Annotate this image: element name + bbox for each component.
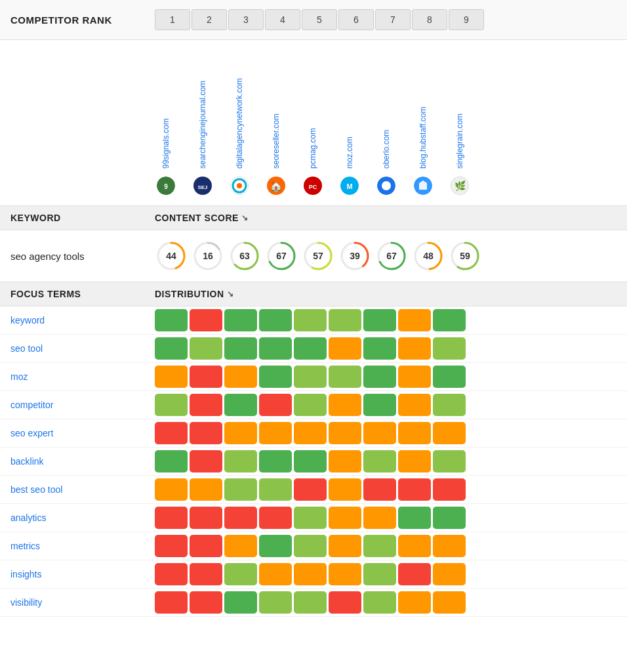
domain-favicon-8: 🌿 bbox=[451, 177, 469, 195]
svg-text:PC: PC bbox=[309, 184, 317, 190]
score-circle-6: 67 bbox=[375, 240, 408, 272]
domain-name-3[interactable]: seoreseller.com bbox=[272, 51, 281, 169]
domain-name-1[interactable]: searchenginejournal.com bbox=[198, 51, 207, 169]
dist-cell-1-4 bbox=[294, 337, 327, 360]
dist-cell-10-3 bbox=[259, 591, 292, 614]
dist-cells-10 bbox=[155, 591, 466, 614]
dist-cell-4-5 bbox=[329, 422, 361, 444]
dist-cell-5-1 bbox=[190, 450, 222, 472]
dist-cell-5-3 bbox=[259, 450, 292, 472]
focus-term-3[interactable]: competitor bbox=[10, 396, 155, 414]
dist-cell-7-8 bbox=[433, 507, 466, 529]
score-value-8: 59 bbox=[460, 251, 470, 261]
domain-col-8: singlegrain.com🌿 bbox=[442, 51, 477, 195]
score-value-6: 67 bbox=[386, 251, 397, 261]
keyword-row-0: seo agency tools 44 16 63 67 57 bbox=[0, 230, 627, 282]
dist-cell-1-5 bbox=[329, 337, 361, 360]
dist-cell-2-3 bbox=[259, 366, 292, 388]
focus-row-3: competitor bbox=[0, 391, 627, 419]
dist-cells-6 bbox=[155, 478, 466, 501]
focus-term-1[interactable]: seo tool bbox=[10, 339, 155, 358]
dist-cell-3-4 bbox=[294, 394, 327, 416]
domain-name-6[interactable]: oberlo.com bbox=[382, 51, 391, 169]
focus-term-6[interactable]: best seo tool bbox=[10, 480, 155, 499]
dist-cells-1 bbox=[155, 337, 466, 360]
distribution-label: DISTRIBUTION ↘ bbox=[155, 289, 233, 299]
distribution-sort-arrow[interactable]: ↘ bbox=[227, 289, 234, 299]
domain-favicon-3: 🏠 bbox=[267, 177, 285, 195]
dist-cells-2 bbox=[155, 366, 466, 388]
keyword-rows: seo agency tools 44 16 63 67 57 bbox=[0, 230, 627, 282]
dist-cell-1-2 bbox=[224, 337, 257, 360]
domain-name-7[interactable]: blog.hubstaff.com bbox=[418, 51, 428, 169]
content-score-sort-arrow[interactable]: ↘ bbox=[241, 213, 249, 222]
domain-col-3: seoreseller.com🏠 bbox=[258, 51, 294, 195]
score-value-1: 16 bbox=[203, 251, 213, 261]
domain-col-7: blog.hubstaff.com bbox=[405, 51, 441, 195]
dist-cell-5-5 bbox=[329, 450, 361, 472]
dist-cell-3-6 bbox=[363, 394, 396, 416]
focus-row-8: metrics bbox=[0, 532, 627, 560]
dist-cell-3-1 bbox=[190, 394, 222, 416]
dist-cell-0-3 bbox=[259, 309, 292, 331]
focus-term-2[interactable]: moz bbox=[10, 368, 155, 386]
score-circle-8: 59 bbox=[449, 240, 481, 272]
dist-cells-7 bbox=[155, 507, 466, 529]
dist-cell-6-3 bbox=[259, 478, 292, 501]
dist-cell-9-1 bbox=[190, 563, 222, 585]
dist-cells-0 bbox=[155, 309, 466, 331]
svg-point-14 bbox=[382, 181, 391, 190]
dist-cell-7-2 bbox=[224, 507, 257, 529]
domain-name-5[interactable]: moz.com bbox=[345, 51, 354, 169]
dist-cell-2-7 bbox=[398, 366, 431, 388]
dist-cell-5-8 bbox=[433, 450, 466, 472]
dist-cell-7-4 bbox=[294, 507, 327, 529]
dist-cell-1-6 bbox=[363, 337, 396, 360]
dist-cell-1-7 bbox=[398, 337, 431, 360]
svg-text:9: 9 bbox=[164, 183, 168, 190]
dist-cell-8-5 bbox=[329, 535, 361, 557]
score-value-4: 57 bbox=[313, 251, 323, 261]
dist-cell-9-7 bbox=[398, 563, 431, 585]
domain-name-4[interactable]: pcmag.com bbox=[308, 51, 317, 169]
rank-number-1: 1 bbox=[155, 9, 190, 30]
focus-row-1: seo tool bbox=[0, 335, 627, 363]
dist-cell-3-3 bbox=[259, 394, 292, 416]
dist-cell-8-8 bbox=[433, 535, 466, 557]
dist-cell-9-5 bbox=[329, 563, 361, 585]
score-value-2: 63 bbox=[239, 251, 250, 261]
focus-row-6: best seo tool bbox=[0, 476, 627, 504]
dist-cell-10-6 bbox=[363, 591, 396, 614]
dist-cell-3-5 bbox=[329, 394, 361, 416]
domain-favicon-5: M bbox=[340, 177, 359, 195]
domain-name-0[interactable]: 99signals.com bbox=[161, 51, 171, 169]
focus-term-4[interactable]: seo expert bbox=[10, 424, 155, 442]
focus-term-8[interactable]: metrics bbox=[10, 537, 155, 555]
rank-number-5: 5 bbox=[302, 9, 337, 30]
focus-term-7[interactable]: analytics bbox=[10, 509, 155, 527]
focus-term-10[interactable]: visibility bbox=[10, 593, 155, 612]
domain-col-0: 99signals.com9 bbox=[148, 51, 184, 195]
dist-cell-9-0 bbox=[155, 563, 188, 585]
domain-favicon-0: 9 bbox=[157, 177, 175, 195]
svg-text:M: M bbox=[346, 182, 352, 190]
focus-term-5[interactable]: backlink bbox=[10, 452, 155, 471]
dist-cell-10-2 bbox=[224, 591, 257, 614]
dist-cell-1-8 bbox=[433, 337, 466, 360]
domain-col-6: oberlo.com bbox=[369, 51, 404, 195]
focus-row-4: seo expert bbox=[0, 419, 627, 448]
dist-cell-8-1 bbox=[190, 535, 222, 557]
dist-cell-2-0 bbox=[155, 366, 188, 388]
dist-cell-6-7 bbox=[398, 478, 431, 501]
domain-name-8[interactable]: singlegrain.com bbox=[455, 51, 464, 169]
dist-cell-7-0 bbox=[155, 507, 188, 529]
domain-col-5: moz.comM bbox=[332, 51, 367, 195]
focus-row-5: backlink bbox=[0, 448, 627, 476]
score-value-5: 39 bbox=[350, 251, 360, 261]
dist-cell-6-5 bbox=[329, 478, 361, 501]
domain-name-2[interactable]: digitalagencynetwork.com bbox=[235, 51, 244, 169]
focus-term-9[interactable]: insights bbox=[10, 565, 155, 583]
rank-numbers: 123456789 bbox=[155, 9, 485, 30]
dist-cell-2-5 bbox=[329, 366, 361, 388]
focus-term-0[interactable]: keyword bbox=[10, 311, 155, 329]
